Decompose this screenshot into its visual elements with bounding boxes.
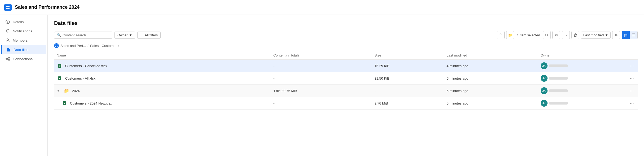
owner-avatar: JK [541,100,548,107]
table-row[interactable]: ▼ 📁 2024 1 file / 9.76 MiB - 6 minutes a… [54,85,638,97]
actions-menu-button[interactable]: ⋯ [629,100,635,107]
actions-menu-button[interactable]: ⋯ [629,63,635,69]
breadcrumb-item-0[interactable]: Sales and Perf... [60,44,86,48]
all-filters-button[interactable]: ☷ All filters [137,32,161,39]
breadcrumb-item-1[interactable]: Sales - Custom... [90,44,117,48]
sidebar-item-connections[interactable]: Connections [1,54,46,63]
svg-point-6 [7,21,8,21]
file-size: - [372,85,444,97]
upload-button[interactable]: ⇧ [497,31,505,39]
svg-rect-14 [55,45,56,45]
sidebar-label-notifications: Notifications [13,29,32,33]
sidebar-item-details[interactable]: Details [1,17,46,26]
file-modified: 5 minutes ago [444,97,538,110]
breadcrumb: Sales and Perf... / Sales - Custom... / [54,43,638,48]
grid-view-button[interactable]: ▤ [622,31,630,39]
file-name: Customers - Cancelled.xlsx [65,64,107,68]
connections-icon [5,57,10,61]
col-header-name: Name [54,51,271,60]
actions-menu-button[interactable]: ⋯ [629,75,635,82]
file-name-cell[interactable]: x Customers - 2024 New.xlsx [54,97,271,110]
sidebar: Details Notifications Members Data files… [0,15,48,156]
file-name-cell[interactable]: ▼ 📁 2024 [54,85,271,97]
move-button[interactable]: → [562,31,570,39]
file-modified: 6 minutes ago [444,85,538,97]
data-files-icon [6,47,11,52]
table-row[interactable]: x Customers - All.xlsx - 31.50 KiB 6 min… [54,72,638,85]
file-owner: JK [538,60,626,72]
file-actions-cell: ⋯ [626,72,638,85]
add-folder-button[interactable]: 📁 [506,31,514,39]
sort-button[interactable]: Last modified ▼ [581,32,611,39]
file-size: 31.50 KiB [372,72,444,85]
members-icon [5,38,10,43]
svg-point-11 [8,59,10,60]
toolbar: 🔍 Owner ▼ ☷ All filters ⇧ 📁 1 item selec… [54,31,638,39]
search-icon: 🔍 [57,33,61,37]
table-row[interactable]: x Customers - Cancelled.xlsx - 16.29 KiB… [54,60,638,72]
content-area: Data files 🔍 Owner ▼ ☷ All filters ⇧ 📁 1… [48,15,644,156]
owner-name [549,102,568,105]
svg-rect-16 [55,46,56,47]
file-size: 9.76 MiB [372,97,444,110]
sidebar-item-notifications[interactable]: Notifications [1,27,46,36]
file-modified: 4 minutes ago [444,60,538,72]
file-actions-cell: ⋯ [626,60,638,72]
copy-button[interactable]: ⧉ [552,31,560,39]
file-name: Customers - 2024 New.xlsx [70,101,112,105]
xlsx-icon: x [57,63,63,68]
owner-filter-label: Owner [117,33,127,37]
page-title: Data files [54,20,638,26]
list-view-button[interactable]: ☰ [630,31,638,39]
file-name-cell[interactable]: x Customers - All.xlsx [54,72,271,85]
col-header-owner: Owner [538,51,626,60]
file-content: 1 file / 9.76 MiB [271,85,372,97]
view-toggle: ▤ ☰ [622,31,638,39]
svg-line-13 [7,59,8,60]
svg-line-12 [7,58,8,59]
search-box[interactable]: 🔍 [54,32,112,39]
breadcrumb-icon [54,43,59,48]
col-header-content: Content (in total) [271,51,372,60]
sidebar-item-data-files[interactable]: Data files [1,45,46,54]
svg-point-10 [8,57,10,58]
svg-rect-2 [6,8,8,9]
col-header-modified: Last modified [444,51,538,60]
all-filters-label: All filters [145,33,158,37]
file-content: - [271,97,372,110]
cut-button[interactable]: ✂ [543,31,551,39]
breadcrumb-separator-1: / [118,44,119,48]
sidebar-label-details: Details [13,20,24,24]
owner-name [549,89,568,92]
sidebar-item-members[interactable]: Members [1,36,46,45]
app-title: Sales and Performance 2024 [15,5,80,10]
sort-direction-button[interactable]: ⇅ [612,31,620,39]
folder-icon: 📁 [64,88,69,93]
file-content: - [271,60,372,72]
svg-rect-17 [57,46,58,47]
owner-avatar: JK [541,87,548,94]
xlsx-icon: x [61,101,67,106]
owner-avatar: JK [541,75,548,82]
file-owner: JK [538,72,626,85]
sort-label: Last modified [583,33,604,37]
app-icon [4,4,12,11]
delete-button[interactable]: 🗑 [571,31,579,39]
file-actions-cell: ⋯ [626,97,638,110]
chevron-down-icon: ▼ [129,33,132,37]
file-name: Customers - All.xlsx [65,76,95,80]
file-name-cell[interactable]: x Customers - Cancelled.xlsx [54,60,271,72]
svg-rect-0 [6,6,8,7]
notifications-icon [5,29,10,33]
file-content: - [271,72,372,85]
owner-avatar: JK [541,62,548,69]
expand-icon[interactable]: ▼ [57,89,60,93]
sidebar-label-connections: Connections [13,57,33,61]
search-input[interactable] [63,33,109,37]
table-row[interactable]: x Customers - 2024 New.xlsx - 9.76 MiB 5… [54,97,638,110]
sidebar-label-data-files: Data files [14,48,28,52]
owner-filter-button[interactable]: Owner ▼ [114,32,135,39]
actions-menu-button[interactable]: ⋯ [629,88,635,94]
owner-name [549,77,568,80]
svg-rect-15 [57,45,58,45]
